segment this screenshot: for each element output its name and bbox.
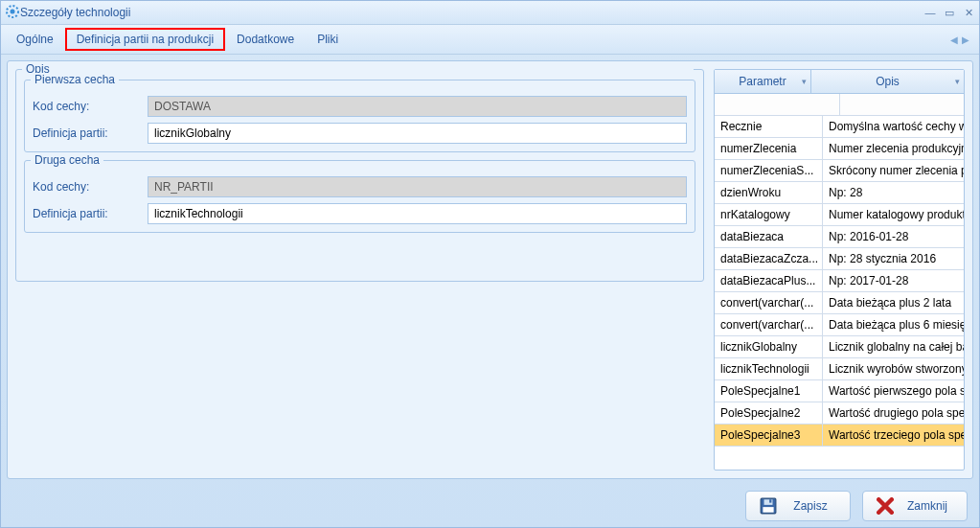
header-parametr-label: Parametr	[739, 75, 786, 88]
pierwsza-def-label: Definicja partii:	[33, 126, 148, 140]
close-icon[interactable]: ✕	[962, 6, 975, 19]
opis-cell: Wartość trzeciego pola specjal...	[823, 425, 964, 446]
grid-body[interactable]: RecznieDomyślna wartość cechy wpro...num…	[715, 116, 964, 470]
param-cell: PoleSpecjalne3	[715, 425, 823, 446]
next-tab-icon[interactable]: ▶	[962, 34, 969, 45]
opis-cell: Numer zlecenia produkcyjnego	[823, 138, 964, 159]
table-row[interactable]: numerZleceniaS...Skrócony numer zlecenia…	[715, 160, 964, 182]
table-row[interactable]: dataBiezacaZcza...Np: 28 stycznia 2016	[715, 248, 964, 270]
filter-icon[interactable]: ▾	[955, 77, 960, 86]
grid-header: Parametr ▾ Opis ▾	[715, 70, 964, 94]
pierwsza-cecha-group: Pierwsza cecha Kod cechy: Definicja part…	[24, 80, 695, 152]
opis-cell: Np: 28	[823, 182, 964, 203]
param-cell: convert(varchar(...	[715, 314, 823, 335]
maximize-icon[interactable]: ▭	[943, 6, 956, 19]
param-cell: convert(varchar(...	[715, 292, 823, 313]
opis-group: Opis Pierwsza cecha Kod cechy: Definicja…	[15, 69, 704, 282]
param-cell: nrKatalogowy	[715, 204, 823, 225]
druga-def-input[interactable]	[148, 203, 687, 224]
window-controls: — ▭ ✕	[923, 6, 975, 19]
opis-cell: Wartość pierwszego pola specj...	[823, 380, 964, 402]
param-cell: numerZleceniaS...	[715, 160, 823, 181]
pierwsza-kod-input	[148, 96, 687, 117]
table-row[interactable]: licznikTechnologiiLicznik wyrobów stworz…	[715, 358, 964, 380]
table-row[interactable]: RecznieDomyślna wartość cechy wpro...	[715, 116, 964, 138]
opis-cell: Licznik wyrobów stworzony z t...	[823, 358, 964, 379]
druga-kod-label: Kod cechy:	[33, 180, 148, 194]
save-button-label: Zapisz	[785, 499, 836, 513]
save-button[interactable]: Zapisz	[745, 491, 851, 521]
pierwsza-legend: Pierwsza cecha	[31, 73, 119, 86]
table-row[interactable]: dataBiezacaPlus...Np: 2017-01-28	[715, 270, 964, 292]
svg-rect-3	[763, 507, 773, 513]
table-row[interactable]: nrKatalogowyNumer katalogowy produktu	[715, 204, 964, 226]
druga-kod-input	[148, 176, 687, 197]
opis-cell: Numer katalogowy produktu	[823, 204, 964, 225]
svg-point-1	[11, 9, 15, 13]
window: Szczegóły technologii — ▭ ✕ Ogólne Defin…	[0, 0, 980, 528]
content-area: Opis Pierwsza cecha Kod cechy: Definicja…	[7, 60, 973, 479]
tab-ogolne[interactable]: Ogólne	[5, 28, 65, 51]
druga-def-label: Definicja partii:	[33, 207, 148, 220]
opis-cell: Skrócony numer zlecenia prod...	[823, 160, 964, 181]
window-title: Szczegóły technologii	[20, 6, 923, 19]
header-opis-label: Opis	[876, 75, 900, 88]
cross-icon	[877, 497, 894, 515]
table-row[interactable]: PoleSpecjalne2Wartość drugiego pola spec…	[715, 402, 964, 425]
tab-definicja-partii[interactable]: Definicja partii na produkcji	[65, 28, 225, 51]
tab-pliki[interactable]: Pliki	[306, 28, 350, 51]
grid-filter-row[interactable]	[715, 94, 964, 116]
title-bar: Szczegóły technologii — ▭ ✕	[1, 1, 979, 25]
opis-cell: Np: 2017-01-28	[823, 270, 964, 291]
druga-cecha-group: Druga cecha Kod cechy: Definicja partii:	[24, 160, 695, 233]
table-row[interactable]: dzienWrokuNp: 28	[715, 182, 964, 204]
minimize-icon[interactable]: —	[923, 6, 937, 19]
param-cell: dataBiezacaZcza...	[715, 248, 823, 269]
svg-rect-5	[769, 499, 771, 502]
left-pane: Opis Pierwsza cecha Kod cechy: Definicja…	[15, 69, 704, 471]
table-row[interactable]: convert(varchar(...Data bieżąca plus 2 l…	[715, 292, 964, 314]
tab-dodatkowe[interactable]: Dodatkowe	[225, 28, 306, 51]
tabs-bar: Ogólne Definicja partii na produkcji Dod…	[1, 25, 979, 55]
grid-header-parametr[interactable]: Parametr ▾	[715, 70, 811, 93]
table-row[interactable]: numerZleceniaNumer zlecenia produkcyjneg…	[715, 138, 964, 160]
opis-cell: Np: 2016-01-28	[823, 226, 964, 247]
table-row[interactable]: convert(varchar(...Data bieżąca plus 6 m…	[715, 314, 964, 336]
table-row[interactable]: licznikGlobalnyLicznik globalny na całej…	[715, 336, 964, 358]
pierwsza-def-input[interactable]	[148, 123, 687, 144]
param-cell: PoleSpecjalne1	[715, 380, 823, 402]
prev-tab-icon[interactable]: ◀	[950, 34, 958, 45]
grid-header-opis[interactable]: Opis ▾	[811, 70, 964, 93]
floppy-icon	[760, 497, 777, 515]
param-cell: PoleSpecjalne2	[715, 402, 823, 424]
tab-scroll-arrows: ◀ ▶	[950, 34, 975, 45]
opis-cell: Data bieżąca plus 2 lata	[823, 292, 964, 313]
param-cell: licznikGlobalny	[715, 336, 823, 357]
param-cell: licznikTechnologii	[715, 358, 823, 379]
opis-legend: Opis	[22, 62, 694, 76]
druga-legend: Druga cecha	[31, 153, 103, 167]
param-cell: numerZlecenia	[715, 138, 823, 159]
footer: Zapisz Zamknij	[1, 485, 979, 527]
filter-icon[interactable]: ▾	[802, 77, 807, 86]
opis-cell: Domyślna wartość cechy wpro...	[823, 116, 964, 137]
close-button-label: Zamknij	[901, 499, 953, 513]
param-cell: dataBiezaca	[715, 226, 823, 247]
opis-cell: Np: 28 stycznia 2016	[823, 248, 964, 269]
param-cell: Recznie	[715, 116, 823, 137]
table-row[interactable]: PoleSpecjalne1Wartość pierwszego pola sp…	[715, 380, 964, 402]
opis-cell: Data bieżąca plus 6 miesięcy	[823, 314, 964, 335]
parameters-grid: Parametr ▾ Opis ▾ RecznieDomyślna wartoś…	[714, 69, 965, 471]
table-row[interactable]: PoleSpecjalne3Wartość trzeciego pola spe…	[715, 425, 964, 447]
opis-cell: Licznik globalny na całej bazie	[823, 336, 964, 357]
close-button[interactable]: Zamknij	[862, 491, 968, 521]
param-cell: dataBiezacaPlus...	[715, 270, 823, 291]
table-row[interactable]: dataBiezacaNp: 2016-01-28	[715, 226, 964, 248]
opis-cell: Wartość drugiego pola specjal...	[823, 402, 964, 424]
pierwsza-kod-label: Kod cechy:	[33, 100, 148, 113]
param-cell: dzienWroku	[715, 182, 823, 203]
app-icon	[5, 4, 20, 22]
